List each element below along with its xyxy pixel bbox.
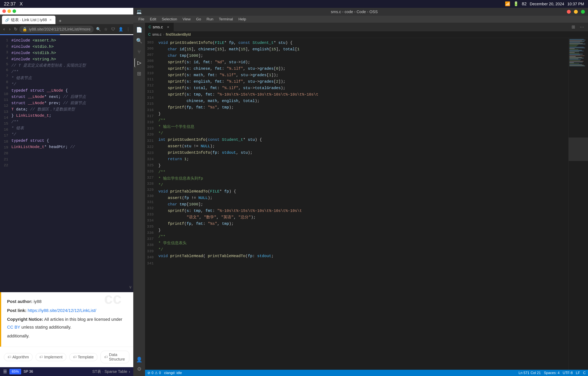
minimap-viewport [569,137,588,161]
line-numbers: 12345 678910 1112131415 1617181920 2122 [0,35,10,292]
vscode-minimize-button[interactable] [574,10,578,14]
sys-time: 10:37 PM [567,2,584,6]
vscode-maximize-button[interactable] [581,10,585,14]
main-layout: 🔗 链表 · Link List | iy88 ✕ + ‹ › ↻ 🔒 iy88… [0,8,588,376]
sys-battery-pct: 82 [522,1,526,6]
post-copyright-label: Copyright Notice: [7,317,43,322]
spaces-label: Spaces: 4 [544,371,560,375]
tag-implement[interactable]: 🏷 Implement [36,353,66,361]
vscode-app-icon: 💻 [136,9,142,14]
account-icon[interactable]: 👤 [134,355,144,364]
menu-run[interactable]: Run [204,16,216,22]
editor-minimap [568,38,588,370]
tag-icon: 🏷 [73,355,77,359]
maximize-button[interactable] [12,9,16,13]
menu-help[interactable]: Help [235,16,249,22]
tag-algorithm[interactable]: 🏷 Algorithm [4,353,32,361]
status-errors[interactable]: ⊘ 0 ⚠ 0 [147,371,161,375]
encoding-label: UTF-8 [563,371,573,375]
extensions-icon[interactable]: ⊞ [134,69,144,78]
bookmark-icon[interactable]: ☆ [103,26,109,32]
status-encoding[interactable]: UTF-8 [563,371,573,375]
editor-line: sprintf(s: id, fmt: "%d", stu->id); [157,59,568,65]
scroll-down-indicator[interactable]: ∨ [129,284,132,290]
system-app: X [20,1,23,7]
editor-tab-sms[interactable]: C sms.c ✕ [145,23,174,31]
profile-icon[interactable]: 👤 [118,26,124,32]
menu-go[interactable]: Go [193,16,204,22]
editor-line: int printStudentInfo(const Student_t* st… [157,136,568,143]
language-label: C [583,371,586,375]
close-button[interactable] [2,9,6,13]
c-file-icon: C [149,25,151,29]
editor-line: void printTableHeadTo(FILE* fp) { [157,188,568,195]
next-post-nav[interactable]: ST表 · Sparse Table › [92,369,130,374]
post-additional: additionally. [7,332,127,340]
editor-line: char tmp[1000]; [157,201,568,208]
shield-icon[interactable]: 🛡 [110,26,117,32]
cc-watermark: cc [104,289,121,307]
editor-code-content: void printStudentInfoTo(FILE* fp, const … [157,38,568,370]
status-spaces[interactable]: Spaces: 4 [544,371,560,375]
vscode-close-button[interactable] [567,10,571,14]
post-link-label: Post link: [7,308,26,313]
tab-close-button[interactable]: ✕ [48,18,52,22]
menu-terminal[interactable]: Terminal [216,16,236,22]
status-language[interactable]: C [583,371,586,375]
line-ending-label: LF [576,371,580,375]
system-clock: 22:37 [4,1,16,7]
editor-line: return 1; [157,156,568,162]
tab-title: 链表 · Link List | iy88 [11,17,47,22]
editor-line: } [157,111,568,117]
post-link[interactable]: https://iy88.site/2024/12/12/LinkList/ [28,308,96,313]
split-editor-icon[interactable]: ⊞ [570,24,577,30]
new-tab-button[interactable]: + [57,18,63,24]
editor-line: chinese, math, english, total); [157,98,568,104]
breadcrumb-separator: › [163,32,164,37]
tag-template[interactable]: 🏷 Template [69,353,97,361]
menu-view[interactable]: View [180,16,193,22]
status-line-col[interactable]: Ln 571 Col 21 [519,371,541,375]
menu-icon[interactable]: ⋮ [125,26,131,32]
menu-icon-status[interactable]: ☰ [3,369,7,374]
status-line-ending[interactable]: LF [576,371,580,375]
breadcrumb-file[interactable]: sms.c [152,32,161,37]
post-license[interactable]: CC BY [7,325,20,330]
forward-button[interactable]: › [8,26,12,33]
search-icon[interactable]: 🔍 [95,26,102,32]
error-count: 0 [151,371,153,375]
status-right: Ln 571 Col 21 Spaces: 4 UTF-8 LF [519,371,586,375]
editor-line: "语文", "数学", "英语", "总分"); [157,214,568,220]
run-debug-icon[interactable]: ▷ [134,58,144,67]
git-icon[interactable]: ⑂ [134,47,144,56]
explorer-icon[interactable]: 📄 [134,25,144,34]
editor-tab-close[interactable]: ✕ [166,25,170,29]
browser-tab-active[interactable]: 🔗 链表 · Link List | iy88 ✕ [2,16,55,24]
minimize-button[interactable] [7,9,11,13]
menu-edit[interactable]: Edit [147,16,159,22]
editor-line: } [157,162,568,169]
tag-icon: 🏷 [104,355,108,359]
vscode-main-area: 📄 🔍 ⑂ ▷ ⊞ 👤 ⚙ C sms.c ✕ [133,23,588,376]
settings-icon[interactable]: ⚙ [134,364,144,374]
url-bar[interactable]: 🔒 iy88.site/2024/12/12/LinkList/#more [19,26,94,33]
sys-network-icon: 📶 [505,1,510,6]
isp-info: SP 36 [23,370,33,374]
post-copyright-suffix: unless stating additionally. [21,325,71,330]
menu-selection[interactable]: Selection [159,16,180,22]
system-bar-right: 📶 🔋 82 December 20, 2024 10:37 PM [505,1,584,6]
reload-button[interactable]: ↻ [13,26,18,33]
breadcrumb-symbol[interactable]: findStudentById [166,32,191,37]
toolbar-icons: 🔍 ☆ 🛡 👤 ⋮ [95,26,131,32]
post-copyright-line: Copyright Notice: All articles in this b… [7,315,127,331]
editor-line: char tmp[1000]; [157,52,568,59]
more-actions-icon[interactable]: ⋯ [578,24,586,30]
post-link-line: Post link: https://iy88.site/2024/12/12/… [7,307,127,314]
status-lsp[interactable]: clangd: idle [164,371,182,375]
tag-data-structure[interactable]: 🏷 Data Structure [101,351,129,363]
browser-status-bar: ☰ 65% SP 36 ST表 · Sparse Table › [0,367,133,376]
editor-line: fprintf(fp, fmt: "%s", tmp); [157,104,568,111]
menu-file[interactable]: File [136,16,147,22]
back-button[interactable]: ‹ [2,26,6,33]
search-icon[interactable]: 🔍 [134,36,144,45]
